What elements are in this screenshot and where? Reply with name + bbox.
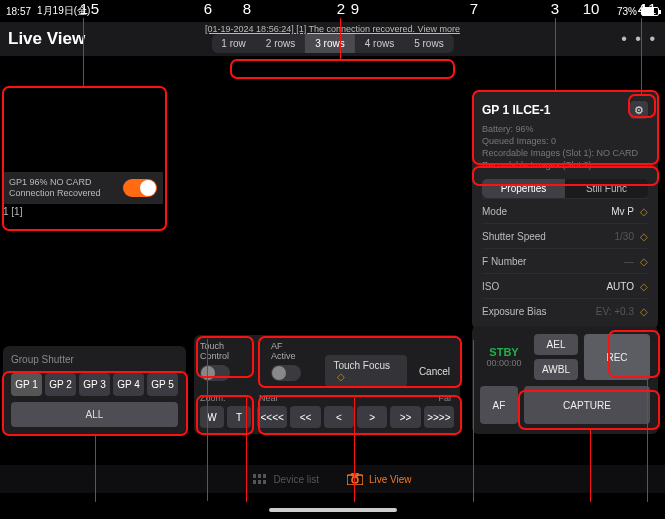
settings-button[interactable]: ⚙ xyxy=(630,101,648,119)
touch-focus-label: Touch Focus xyxy=(333,360,390,371)
record-controls-panel: STBY 00:00:00 AEL AWBL REC AF CAPTURE xyxy=(472,326,658,434)
prop-value: AUTO xyxy=(606,281,634,292)
camera-name: GP 1 ILCE-1 xyxy=(482,103,550,117)
af-active-label: AF Active xyxy=(271,341,307,361)
tab-device-list[interactable]: Device list xyxy=(253,474,319,485)
prop-row-shutter[interactable]: Shutter Speed 1/30 ◇ xyxy=(482,223,648,248)
touch-control-switch[interactable] xyxy=(200,365,230,381)
prop-value: Mv P xyxy=(611,206,634,217)
focus-far-1[interactable]: > xyxy=(357,406,387,428)
preview-status-strip: GP1 96% NO CARD Connection Recovered xyxy=(3,172,163,204)
af-active-switch[interactable] xyxy=(271,365,301,381)
meta-rec-slot2: Recordable Images (Slot 2): xyxy=(482,159,648,171)
standby-time: 00:00:00 xyxy=(486,358,521,368)
prop-row-mode[interactable]: Mode Mv P ◇ xyxy=(482,198,648,223)
group-button-2[interactable]: GP 2 xyxy=(45,373,76,396)
header-bar: Live View [01-19-2024 18:56:24] [1] The … xyxy=(0,22,665,56)
row-option-4[interactable]: 4 rows xyxy=(355,34,404,53)
group-button-all[interactable]: ALL xyxy=(11,402,178,427)
chevron-down-icon: ◇ xyxy=(337,371,345,382)
connection-banner[interactable]: [01-19-2024 18:56:24] [1] The connection… xyxy=(205,24,460,34)
statusbar-battery-pct: 73% xyxy=(617,6,637,17)
preview-status-line2: Connection Recovered xyxy=(9,188,101,199)
touch-focus-dropdown[interactable]: Touch Focus ◇ xyxy=(325,355,406,387)
row-layout-segmented[interactable]: 1 row 2 rows 3 rows 4 rows 5 rows xyxy=(211,34,453,53)
chevron-icon: ◇ xyxy=(640,256,648,267)
tools-panel: Touch Control AF Active Touch Focus ◇ Ca… xyxy=(194,335,460,434)
row-option-5[interactable]: 5 rows xyxy=(404,34,453,53)
prop-row-iso[interactable]: ISO AUTO ◇ xyxy=(482,273,648,298)
preview-index-label: 1 [1] xyxy=(3,206,22,217)
tab-properties[interactable]: Properties xyxy=(482,179,565,198)
camera-detail-panel: GP 1 ILCE-1 ⚙ Battery: 96% Queued Images… xyxy=(472,92,658,329)
row-option-2[interactable]: 2 rows xyxy=(256,34,305,53)
chevron-icon: ◇ xyxy=(640,206,648,217)
prop-value: EV: +0.3 xyxy=(596,306,634,317)
battery-icon xyxy=(641,7,659,16)
tab-live-view[interactable]: Live View xyxy=(347,473,412,485)
meta-battery: Battery: 96% xyxy=(482,123,648,135)
standby-label: STBY xyxy=(489,346,518,358)
prop-row-ev[interactable]: Exposure Bias EV: +0.3 ◇ xyxy=(482,298,648,323)
group-button-4[interactable]: GP 4 xyxy=(113,373,144,396)
af-button[interactable]: AF xyxy=(480,386,518,424)
live-preview-tile[interactable]: GP1 96% NO CARD Connection Recovered xyxy=(3,74,163,204)
group-button-3[interactable]: GP 3 xyxy=(79,373,110,396)
page-title: Live View xyxy=(8,29,85,49)
tab-still-func[interactable]: Still Func xyxy=(565,179,648,198)
preview-enable-toggle[interactable] xyxy=(123,179,157,197)
group-shutter-heading: Group Shutter xyxy=(11,354,178,365)
group-shutter-panel: Group Shutter GP 1 GP 2 GP 3 GP 4 GP 5 A… xyxy=(3,346,186,434)
zoom-tele-button[interactable]: T xyxy=(227,406,251,428)
focus-far-2[interactable]: >> xyxy=(390,406,420,428)
prop-label: Shutter Speed xyxy=(482,231,546,242)
focus-far-label: Far xyxy=(439,393,453,403)
focus-near-3[interactable]: <<<< xyxy=(257,406,287,428)
prop-label: ISO xyxy=(482,281,499,292)
preview-status-line1: GP1 96% NO CARD xyxy=(9,177,101,188)
tab-device-list-label: Device list xyxy=(273,474,319,485)
awbl-button[interactable]: AWBL xyxy=(534,359,578,380)
grid-icon xyxy=(253,474,267,484)
meta-rec-slot1: Recordable Images (Slot 1): NO CARD xyxy=(482,147,648,159)
cancel-button[interactable]: Cancel xyxy=(415,361,454,382)
focus-near-2[interactable]: << xyxy=(290,406,320,428)
group-button-5[interactable]: GP 5 xyxy=(147,373,178,396)
statusbar-time: 18:57 xyxy=(6,6,31,17)
chevron-icon: ◇ xyxy=(640,281,648,292)
row-option-3[interactable]: 3 rows xyxy=(305,34,354,53)
bottom-tabbar: Device list Live View xyxy=(0,465,665,493)
prop-label: F Number xyxy=(482,256,526,267)
more-menu-button[interactable]: • • • xyxy=(621,30,657,48)
focus-far-3[interactable]: >>>> xyxy=(424,406,454,428)
gear-icon: ⚙ xyxy=(634,104,644,117)
prop-value: — xyxy=(624,256,634,267)
home-indicator xyxy=(269,508,397,512)
group-button-1[interactable]: GP 1 xyxy=(11,373,42,396)
chevron-icon: ◇ xyxy=(640,231,648,242)
tab-live-view-label: Live View xyxy=(369,474,412,485)
zoom-wide-button[interactable]: W xyxy=(200,406,224,428)
prop-row-fnumber[interactable]: F Number — ◇ xyxy=(482,248,648,273)
focus-near-label: Near xyxy=(259,393,279,403)
chevron-icon: ◇ xyxy=(640,306,648,317)
capture-button[interactable]: CAPTURE xyxy=(524,386,650,424)
detail-tabbar[interactable]: Properties Still Func xyxy=(482,179,648,198)
ael-button[interactable]: AEL xyxy=(534,334,578,355)
row-option-1[interactable]: 1 row xyxy=(211,34,255,53)
camera-icon xyxy=(347,473,363,485)
prop-label: Mode xyxy=(482,206,507,217)
prop-label: Exposure Bias xyxy=(482,306,546,317)
zoom-label: Zoom: xyxy=(200,393,251,403)
focus-near-1[interactable]: < xyxy=(324,406,354,428)
svg-point-1 xyxy=(352,477,358,483)
meta-queued: Queued Images: 0 xyxy=(482,135,648,147)
statusbar-date: 1月19日(金) xyxy=(37,4,90,18)
touch-control-label: Touch Control xyxy=(200,341,253,361)
rec-button[interactable]: REC xyxy=(584,334,650,380)
prop-value: 1/30 xyxy=(615,231,634,242)
